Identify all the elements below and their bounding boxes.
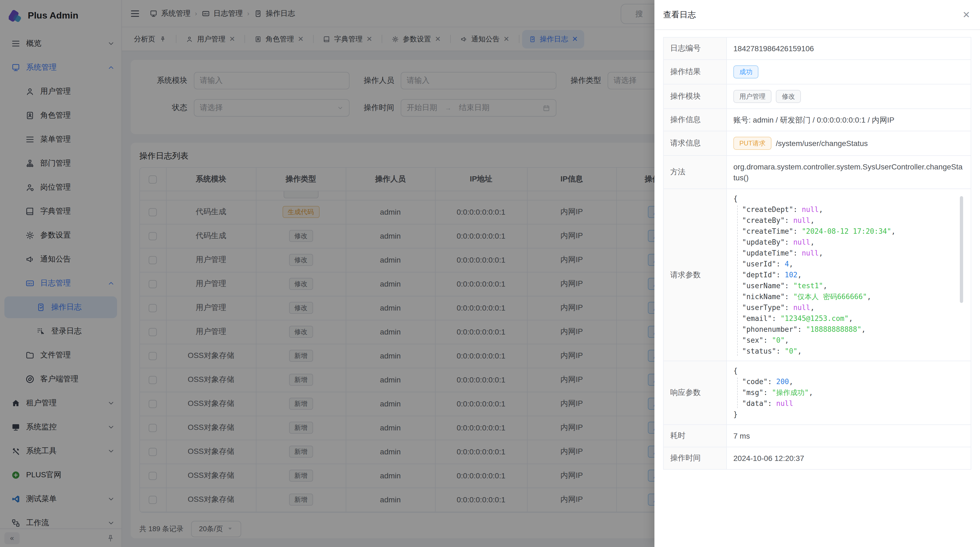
detail-value: 1842781986426159106 (727, 38, 971, 59)
log-detail-table: 日志编号1842781986426159106操作结果成功操作模块用户管理修改操… (663, 37, 971, 470)
detail-row-响应参数: 响应参数{"code": 200,"msg": "操作成功","data": n… (664, 361, 971, 425)
detail-tag: 成功 (733, 65, 759, 78)
detail-label: 请求参数 (664, 189, 727, 361)
detail-value: 用户管理修改 (727, 85, 971, 108)
detail-row-操作信息: 操作信息账号: admin / 研发部门 / 0:0:0:0:0:0:0:1 /… (664, 109, 971, 131)
json-code-request_params: {"createDept": null,"createBy": null,"cr… (733, 193, 964, 356)
request-method-tag: PUT请求 (733, 137, 772, 150)
detail-value: 账号: admin / 研发部门 / 0:0:0:0:0:0:0:1 / 内网I… (727, 109, 971, 131)
detail-value: {"createDept": null,"createBy": null,"cr… (727, 189, 971, 361)
detail-label: 操作结果 (664, 60, 727, 84)
detail-label: 响应参数 (664, 361, 727, 424)
detail-value: org.dromara.system.controller.system.Sys… (727, 156, 971, 188)
detail-row-请求参数: 请求参数{"createDept": null,"createBy": null… (664, 189, 971, 361)
app-root: Plus Admin 概览系统管理用户管理角色管理菜单管理部门管理岗位管理字典管… (0, 0, 980, 547)
detail-label: 操作信息 (664, 109, 727, 131)
detail-label: 操作时间 (664, 447, 727, 469)
detail-row-请求信息: 请求信息PUT请求/system/user/changeStatus (664, 131, 971, 156)
detail-row-方法: 方法org.dromara.system.controller.system.S… (664, 156, 971, 189)
detail-row-耗时: 耗时7 ms (664, 425, 971, 447)
detail-value: 2024-10-06 12:20:37 (727, 447, 971, 469)
drawer-title: 查看日志 (663, 10, 696, 20)
detail-label: 耗时 (664, 425, 727, 447)
json-code-response_params: {"code": 200,"msg": "操作成功","data": null} (733, 365, 964, 420)
detail-value: 成功 (727, 60, 971, 84)
detail-label: 方法 (664, 156, 727, 188)
detail-value: {"code": 200,"msg": "操作成功","data": null} (727, 361, 971, 424)
scrollbar-thumb[interactable] (960, 196, 963, 303)
detail-value: PUT请求/system/user/changeStatus (727, 131, 971, 155)
detail-row-操作时间: 操作时间2024-10-06 12:20:37 (664, 447, 971, 470)
detail-tag: 用户管理 (733, 90, 772, 103)
detail-value: 7 ms (727, 425, 971, 447)
detail-row-操作结果: 操作结果成功 (664, 60, 971, 85)
drawer-header: 查看日志 ✕ (654, 0, 980, 30)
detail-tag: 修改 (776, 90, 801, 103)
log-detail-drawer: 查看日志 ✕ 日志编号1842781986426159106操作结果成功操作模块… (654, 0, 980, 547)
indent-guide (737, 378, 738, 408)
modal-overlay[interactable] (0, 0, 654, 547)
detail-row-日志编号: 日志编号1842781986426159106 (664, 38, 971, 60)
close-icon[interactable]: ✕ (963, 10, 970, 19)
detail-row-操作模块: 操作模块用户管理修改 (664, 85, 971, 109)
indent-guide (737, 206, 738, 356)
detail-label: 日志编号 (664, 38, 727, 59)
detail-label: 操作模块 (664, 85, 727, 108)
request-url: /system/user/changeStatus (776, 138, 868, 149)
detail-label: 请求信息 (664, 131, 727, 155)
